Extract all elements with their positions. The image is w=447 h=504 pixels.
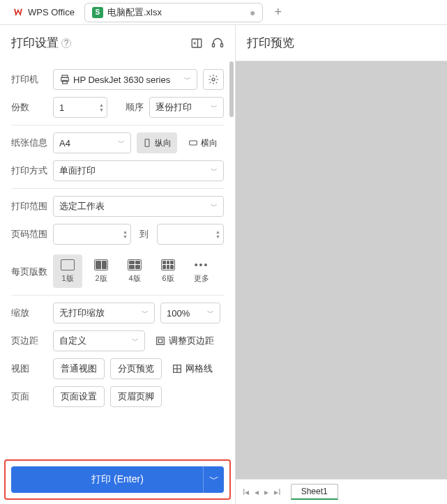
range-select[interactable]: 选定工作表 ﹀ — [53, 196, 224, 217]
nav-next-icon[interactable]: ▸ — [264, 487, 268, 497]
orientation-landscape-button[interactable]: 横向 — [183, 132, 223, 153]
adjust-margin-label: 调整页边距 — [169, 335, 214, 347]
layout-icon[interactable] — [190, 37, 203, 49]
layout-6-button[interactable]: 6版 — [153, 254, 183, 288]
preview-panel: 打印预览 I◂ ◂ ▸ ▸I Sheet1 — [236, 25, 447, 504]
divider — [11, 295, 224, 296]
landscape-label: 横向 — [201, 137, 218, 149]
printer-select[interactable]: HP DeskJet 3630 series ﹀ — [53, 69, 197, 90]
layout-more-label: 更多 — [194, 273, 209, 284]
tab-home[interactable]: WPS Office — [6, 4, 82, 21]
main: 打印设置 ? 打印机 HP DeskJet 3630 series ﹀ — [0, 25, 447, 504]
copies-value: 1 — [59, 102, 64, 113]
chevron-down-icon: ﹀ — [211, 102, 218, 112]
tab-add-icon[interactable]: + — [274, 5, 282, 20]
nav-prev-icon[interactable]: ◂ — [255, 487, 259, 497]
copies-input[interactable]: 1 ▲▼ — [53, 97, 107, 118]
spreadsheet-icon: S — [92, 7, 103, 18]
label-page: 页面 — [11, 390, 47, 403]
page-from-input[interactable]: ▲▼ — [53, 224, 131, 245]
spinner-arrows[interactable]: ▲▼ — [123, 229, 128, 239]
layout-1-button[interactable]: 1版 — [53, 254, 82, 288]
tabbar: WPS Office S 电脑配置.xlsx ● + — [0, 0, 447, 25]
headset-icon[interactable] — [211, 37, 224, 49]
nav-first-icon[interactable]: I◂ — [243, 487, 249, 497]
range-value: 选定工作表 — [59, 200, 105, 213]
page-setup-label: 页面设置 — [61, 390, 97, 403]
label-copies: 份数 — [11, 101, 47, 114]
method-select[interactable]: 单面打印 ﹀ — [53, 160, 224, 181]
order-value: 逐份打印 — [156, 101, 192, 114]
printer-settings-button[interactable] — [203, 69, 224, 90]
label-view: 视图 — [11, 362, 47, 375]
gridlines-button[interactable]: 网格线 — [167, 358, 217, 379]
print-button[interactable]: 打印 (Enter) ﹀ — [11, 466, 224, 493]
svg-rect-11 — [158, 339, 162, 342]
portrait-icon — [142, 137, 152, 148]
view-normal-label: 普通视图 — [61, 362, 97, 375]
panel-actions — [190, 37, 224, 49]
page-to-input[interactable]: ▲▼ — [157, 224, 224, 245]
row-pages: 页码范围 ▲▼ 到 ▲▼ — [11, 224, 224, 245]
svg-rect-8 — [145, 139, 149, 147]
svg-rect-6 — [63, 80, 68, 84]
scale-pct-value: 100% — [167, 308, 190, 319]
tab-close-icon[interactable]: ● — [250, 7, 255, 18]
row-layout: 每页版数 1版 2版 4版 6版 •••更多 — [11, 254, 224, 288]
scale-select[interactable]: 无打印缩放 ﹀ — [53, 303, 155, 323]
row-paper: 纸张信息 A4 ﹀ 纵向 横向 — [11, 132, 224, 153]
order-select[interactable]: 逐份打印 ﹀ — [149, 97, 224, 118]
panel-header: 打印设置 ? — [0, 25, 235, 58]
print-dropdown-icon[interactable]: ﹀ — [203, 466, 224, 493]
panel-title: 打印设置 ? — [11, 35, 71, 51]
layout-4-button[interactable]: 4版 — [120, 254, 149, 288]
sheet-tab-label: Sheet1 — [301, 487, 328, 496]
svg-rect-2 — [213, 43, 215, 47]
margin-select[interactable]: 自定义 ﹀ — [53, 330, 145, 351]
adjust-margin-button[interactable]: 调整页边距 — [151, 330, 218, 351]
margin-icon — [155, 335, 166, 346]
layout-2-label: 2版 — [95, 273, 107, 284]
settings-body: 打印机 HP DeskJet 3630 series ﹀ 份数 1 ▲▼ 顺序 — [0, 58, 235, 455]
scrollbar[interactable] — [229, 61, 234, 117]
sheet-nav: I◂ ◂ ▸ ▸I — [243, 487, 281, 497]
sheet-tab[interactable]: Sheet1 — [291, 484, 338, 500]
view-page-label: 分页预览 — [118, 362, 154, 375]
help-icon[interactable]: ? — [61, 38, 71, 48]
label-paper: 纸张信息 — [11, 137, 47, 149]
row-method: 打印方式 单面打印 ﹀ — [11, 160, 224, 181]
method-value: 单面打印 — [59, 165, 96, 177]
layout-2-button[interactable]: 2版 — [86, 254, 116, 288]
view-normal-button[interactable]: 普通视图 — [53, 358, 105, 379]
layout-6-label: 6版 — [162, 273, 174, 284]
row-margin: 页边距 自定义 ﹀ 调整页边距 — [11, 330, 224, 351]
layout-4-label: 4版 — [128, 273, 140, 284]
label-to: 到 — [137, 228, 151, 240]
row-range: 打印范围 选定工作表 ﹀ — [11, 196, 224, 217]
svg-rect-3 — [221, 43, 223, 47]
tab-file[interactable]: S 电脑配置.xlsx ● — [84, 3, 263, 22]
scale-pct-select[interactable]: 100% ﹀ — [160, 303, 220, 323]
chevron-down-icon: ﹀ — [184, 75, 191, 84]
orientation-portrait-button[interactable]: 纵向 — [137, 132, 177, 153]
divider — [11, 125, 224, 125]
view-page-button[interactable]: 分页预览 — [110, 358, 162, 379]
spinner-arrows[interactable]: ▲▼ — [215, 229, 220, 239]
chevron-down-icon: ﹀ — [132, 336, 139, 346]
print-settings-panel: 打印设置 ? 打印机 HP DeskJet 3630 series ﹀ — [0, 25, 236, 504]
chevron-down-icon: ﹀ — [142, 308, 149, 318]
portrait-label: 纵向 — [155, 137, 172, 149]
nav-last-icon[interactable]: ▸I — [274, 487, 280, 497]
row-copies: 份数 1 ▲▼ 顺序 逐份打印 ﹀ — [11, 97, 224, 118]
paper-size-select[interactable]: A4 ﹀ — [53, 132, 131, 153]
paper-size-value: A4 — [59, 138, 70, 148]
header-footer-button[interactable]: 页眉页脚 — [110, 386, 162, 407]
header-footer-label: 页眉页脚 — [118, 390, 154, 403]
spinner-arrows[interactable]: ▲▼ — [99, 102, 104, 112]
label-range: 打印范围 — [11, 200, 47, 213]
gear-icon — [208, 74, 219, 85]
wps-logo-icon — [13, 7, 24, 18]
layout-more-button[interactable]: •••更多 — [187, 254, 216, 288]
printer-value: HP DeskJet 3630 series — [73, 75, 170, 85]
page-setup-button[interactable]: 页面设置 — [53, 386, 105, 407]
